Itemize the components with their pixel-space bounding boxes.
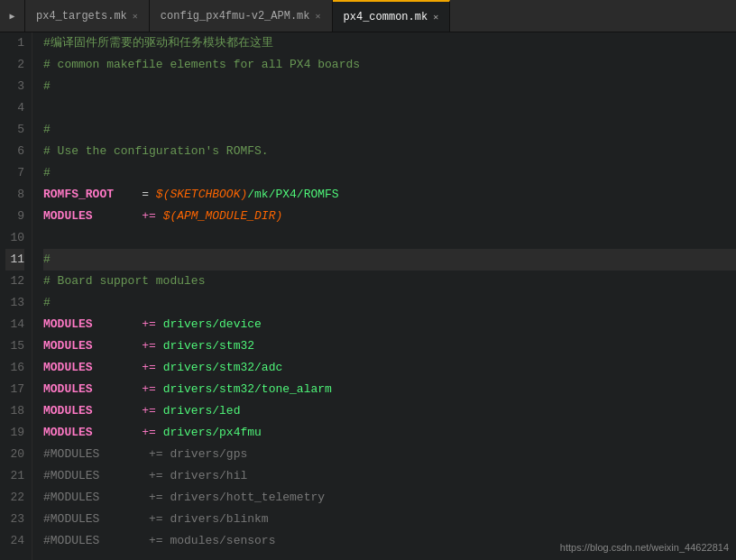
code-line-10 [43,227,736,249]
code-operator: += [142,314,156,335]
code-line-19: MODULES += drivers/px4fmu [43,422,736,444]
code-text: = [114,184,156,206]
tab-scroll-left[interactable]: ▶ [0,0,25,32]
tab-config-px4fmu[interactable]: config_px4fmu-v2_APM.mk ✕ [150,0,333,32]
line-num: 3 [5,76,24,97]
line-num: 15 [5,335,24,357]
line-num: 12 [5,271,24,292]
watermark: https://blog.csdn.net/weixin_44622814 [560,542,729,553]
tab-label: px4_targets.mk [36,10,127,23]
code-keyword: MODULES [43,422,93,444]
code-text: # [43,162,51,184]
code-path: drivers/led [156,400,241,422]
code-text [93,379,143,400]
code-line-3: # [43,76,736,97]
code-text: # Use the configuration's ROMFS. [43,141,269,162]
code-path: drivers/device [156,314,262,335]
code-operator: += [142,400,156,422]
line-num: 18 [5,400,24,422]
line-num: 7 [5,162,24,184]
code-content[interactable]: #编译固件所需要的驱动和任务模块都在这里 # common makefile e… [32,32,736,560]
line-num: 16 [5,357,24,379]
code-line-12: # Board support modules [43,271,736,292]
code-text: # Board support modules [43,271,205,292]
line-num: 19 [5,422,24,444]
code-path: drivers/stm32/adc [156,357,282,379]
code-area: 1 2 3 4 5 6 7 8 9 10 11 12 13 14 15 16 1… [0,32,736,560]
code-text: #MODULES += drivers/gps [43,444,247,465]
line-num: 1 [5,32,24,54]
code-text: # [43,76,51,97]
line-num: 6 [5,141,24,162]
code-text: # [43,292,51,314]
code-keyword: MODULES [43,357,93,379]
code-line-14: MODULES += drivers/device [43,314,736,335]
code-path: /mk/PX4/ROMFS [247,184,338,206]
code-line-20: #MODULES += drivers/gps [43,444,736,465]
code-text: #MODULES += drivers/blinkm [43,509,269,530]
code-text: # [43,119,51,141]
line-numbers: 1 2 3 4 5 6 7 8 9 10 11 12 13 14 15 16 1… [0,32,32,560]
code-line-18: MODULES += drivers/led [43,400,736,422]
code-path: drivers/stm32/tone_alarm [156,379,332,400]
line-num: 21 [5,465,24,487]
code-text: #编译固件所需要的驱动和任务模块都在这里 [43,32,273,54]
code-line-5: # [43,119,736,141]
tab-close[interactable]: ✕ [433,12,438,23]
code-line-7: # [43,162,736,184]
code-path: drivers/stm32 [156,335,254,357]
tab-close[interactable]: ✕ [316,11,321,22]
code-line-9: MODULES += $(APM_MODULE_DIR) [43,206,736,227]
code-keyword: MODULES [43,206,93,227]
code-operator: += [142,357,156,379]
line-num: 13 [5,292,24,314]
code-line-16: MODULES += drivers/stm32/adc [43,357,736,379]
code-text [93,206,143,227]
line-num: 4 [5,97,24,119]
code-keyword: MODULES [43,379,93,400]
code-keyword: MODULES [43,335,93,357]
line-num: 8 [5,184,24,206]
code-line-13: # [43,292,736,314]
tab-px4-targets[interactable]: px4_targets.mk ✕ [25,0,150,32]
line-num: 10 [5,227,24,249]
line-num: 20 [5,444,24,465]
code-operator: += [142,379,156,400]
tab-bar: ▶ px4_targets.mk ✕ config_px4fmu-v2_APM.… [0,0,736,32]
code-text: #MODULES += drivers/hott_telemetry [43,487,325,509]
line-num: 23 [5,509,24,530]
code-line-17: MODULES += drivers/stm32/tone_alarm [43,379,736,400]
code-line-2: # common makefile elements for all PX4 b… [43,54,736,76]
code-line-21: #MODULES += drivers/hil [43,465,736,487]
code-operator: += [142,422,156,444]
code-text [93,357,143,379]
code-text [93,422,143,444]
code-text: #MODULES += drivers/hil [43,465,247,487]
line-num: 9 [5,206,24,227]
code-text: # [43,249,51,271]
code-line-8: ROMFS_ROOT = $(SKETCHBOOK) /mk/PX4/ROMFS [43,184,736,206]
code-line-15: MODULES += drivers/stm32 [43,335,736,357]
code-text [156,206,163,227]
code-text: #MODULES += modules/sensors [43,530,275,552]
line-num: 2 [5,54,24,76]
code-varref: $(APM_MODULE_DIR) [163,206,283,227]
tab-label: config_px4fmu-v2_APM.mk [161,10,310,23]
code-varref: $(SKETCHBOOK) [156,184,247,206]
code-text [93,400,143,422]
line-num: 24 [5,530,24,552]
code-line-6: # Use the configuration's ROMFS. [43,141,736,162]
line-num: 17 [5,379,24,400]
line-num: 22 [5,487,24,509]
code-text [93,314,143,335]
code-line-22: #MODULES += drivers/hott_telemetry [43,487,736,509]
tab-close[interactable]: ✕ [133,11,138,22]
line-num: 14 [5,314,24,335]
tab-px4-common[interactable]: px4_common.mk ✕ [333,0,451,32]
code-path: drivers/px4fmu [156,422,262,444]
line-num-current: 11 [5,249,24,271]
code-line-23: #MODULES += drivers/blinkm [43,509,736,530]
code-keyword: MODULES [43,314,93,335]
code-keyword: ROMFS_ROOT [43,184,114,206]
code-text [93,335,143,357]
